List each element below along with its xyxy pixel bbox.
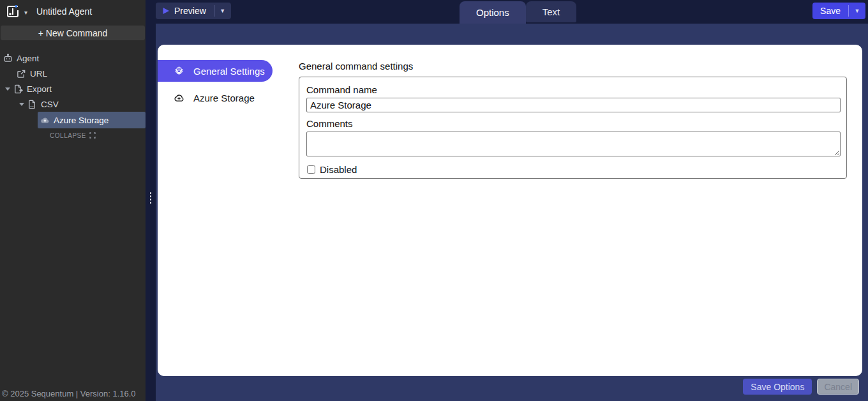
expander-arrow-icon[interactable] [19,101,25,107]
gear-icon [174,66,184,77]
bottom-actions: Save Options Cancel [743,379,859,395]
panel-nav-azure-storage[interactable]: Azure Storage [158,87,273,109]
tree-item-url[interactable]: URL [0,66,146,81]
disabled-checkbox[interactable] [307,165,315,174]
options-card: General Settings Azure Storage General c… [158,45,862,376]
tree-item-export[interactable]: Export [0,81,146,96]
preview-dropdown-button[interactable]: ▼ [214,3,231,19]
file-export-icon [13,84,23,94]
tab-bar: Options Text [460,0,576,24]
panel-nav-label: General Settings [193,66,265,77]
main-area: Preview ▼ Options Text Save ▼ Genera [156,0,868,401]
tab-options-label: Options [476,7,509,18]
version-footer: © 2025 Sequentum | Version: 1.16.0 [2,389,136,398]
expander-arrow-icon[interactable] [4,86,11,92]
disabled-checkbox-row: Disabled [306,164,839,175]
topbar: Preview ▼ Options Text Save ▼ [156,0,868,24]
svg-text:csv: csv [30,105,34,108]
tab-text[interactable]: Text [526,1,577,22]
tree-item-label: CSV [41,100,59,109]
play-icon [162,7,170,15]
command-name-label: Command name [306,84,839,95]
robot-icon [3,54,13,63]
form-heading: General command settings [299,61,413,72]
tree-item-csv[interactable]: csv CSV [0,96,146,112]
cloud-upload-icon [174,93,184,103]
sequentum-logo-icon[interactable] [5,4,20,19]
cancel-button[interactable]: Cancel [817,379,859,395]
collapse-label: COLLAPSE [50,132,86,139]
preview-button[interactable]: Preview [156,3,214,19]
grip-dots-icon [149,192,153,205]
panel-nav-label: Azure Storage [193,93,255,103]
save-dropdown-button[interactable]: ▼ [849,3,865,19]
preview-label: Preview [174,6,206,16]
agent-title: Untitled Agent [36,6,92,17]
command-tree: Agent URL Export csv [0,50,146,141]
expand-corners-icon [89,132,96,139]
tree-item-label: Export [27,84,52,94]
panel-nav-general-settings[interactable]: General Settings [158,60,273,82]
new-command-button[interactable]: + New Command [1,26,145,40]
tab-text-label: Text [542,6,560,17]
external-link-icon [17,69,26,79]
sidebar-header: ▾ Untitled Agent [0,0,146,23]
cloud-upload-icon [40,116,50,125]
agent-menu-caret-icon[interactable]: ▾ [24,9,27,16]
tree-item-agent[interactable]: Agent [0,50,146,66]
command-name-input[interactable] [306,98,841,112]
save-button[interactable]: Save [812,3,848,19]
general-settings-fieldset: Command name Comments Disabled [299,77,847,179]
tree-item-azure-storage[interactable]: Azure Storage [38,112,146,128]
preview-split-button: Preview ▼ [156,3,231,19]
comments-textarea[interactable] [306,132,841,156]
sidebar: ▾ Untitled Agent + New Command Agent URL [0,0,146,401]
tab-options[interactable]: Options [460,1,526,24]
save-options-button[interactable]: Save Options [743,379,812,395]
disabled-label: Disabled [320,164,357,175]
collapse-tree-button[interactable]: COLLAPSE [0,130,146,141]
comments-label: Comments [306,118,839,129]
tree-item-label: URL [30,69,47,79]
sidebar-resize-handle[interactable] [146,0,156,401]
tree-item-label: Azure Storage [54,116,108,125]
save-split-button: Save ▼ [812,3,865,19]
file-csv-icon: csv [27,100,37,109]
tree-item-label: Agent [17,54,39,63]
